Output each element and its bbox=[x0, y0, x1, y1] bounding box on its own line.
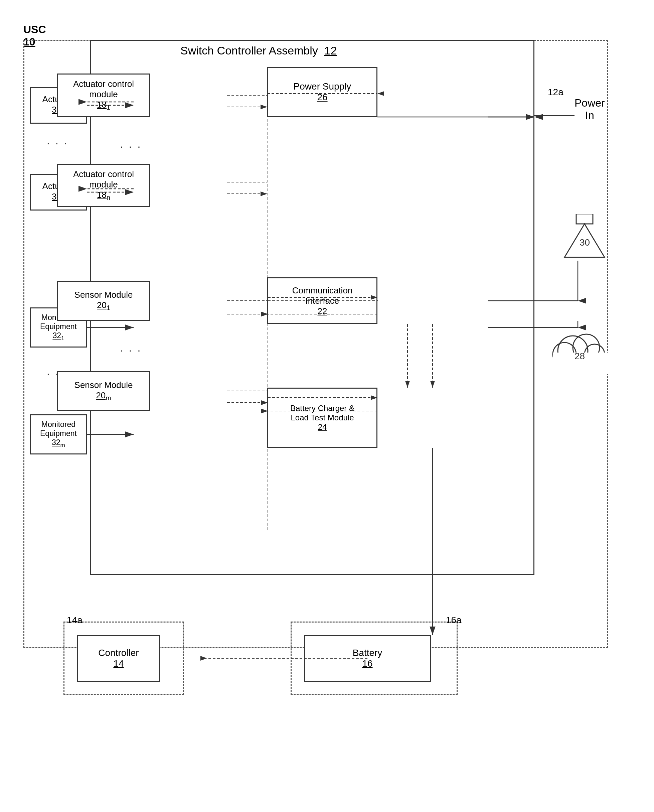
ctrl-ref-label: 14a bbox=[67, 615, 83, 625]
power-in-line bbox=[535, 115, 575, 116]
cloud-icon: 28 bbox=[548, 321, 614, 374]
acm-dots: · · · bbox=[120, 140, 142, 153]
sm1-box: Sensor Module 201 bbox=[57, 281, 150, 321]
power-in-label: PowerIn bbox=[575, 97, 605, 122]
sca-label: Switch Controller Assembly 12 bbox=[180, 44, 337, 57]
sm-dots: · · · bbox=[120, 344, 142, 356]
ctrl-box: Controller 14 bbox=[77, 635, 160, 682]
label-12a: 12a bbox=[548, 87, 564, 98]
svg-text:28: 28 bbox=[575, 351, 585, 361]
acmn-box: Actuator control module 18n bbox=[57, 164, 150, 207]
svg-text:30: 30 bbox=[579, 237, 590, 248]
smm-box: Sensor Module 20m bbox=[57, 371, 150, 411]
antenna-icon: 30 bbox=[558, 214, 611, 274]
ci-box: Communication Interface 22 bbox=[267, 277, 377, 324]
batt-box: Battery 16 bbox=[304, 635, 431, 682]
acm1-box: Actuator control module 181 bbox=[57, 73, 150, 117]
bclt-box: Battery Charger & Load Test Module 24 bbox=[267, 388, 377, 448]
svg-rect-0 bbox=[576, 214, 593, 224]
monitoreditm-box: Monitored Equipment 32m bbox=[30, 414, 87, 454]
batt-ref-label: 16a bbox=[446, 615, 461, 625]
actuator-dots: · · · bbox=[47, 137, 68, 149]
ps-box: Power Supply 26 bbox=[267, 67, 377, 117]
